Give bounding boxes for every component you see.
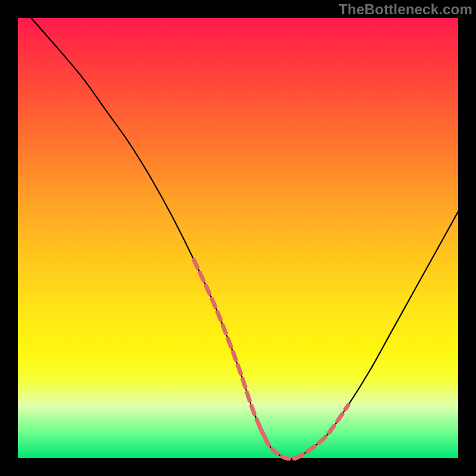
valley-dash-bottom [260,427,304,459]
chart-curve-layer [18,18,458,458]
valley-dash-right [295,405,348,458]
bottleneck-curve [31,18,458,459]
chart-frame: TheBottleneck.com [0,0,476,476]
valley-dash-left [194,260,269,445]
watermark-text: TheBottleneck.com [339,1,472,18]
